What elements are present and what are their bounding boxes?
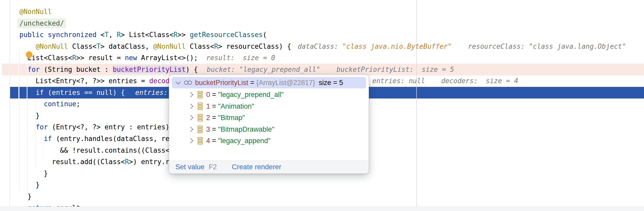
code-line[interactable]: public synchronized <T, R> List<Class<R>… <box>19 29 641 41</box>
code-token: for <box>27 66 40 73</box>
code-token: new <box>125 54 137 62</box>
code-token: @NonNull <box>36 43 68 50</box>
code-token: && !result.contains((Class< <box>19 146 169 154</box>
code-token: ) { <box>113 89 125 96</box>
code-line[interactable]: @NonNull Class<T> dataClass, @NonNull Cl… <box>19 41 641 52</box>
popup-variable-header-row[interactable]: bucketPriorityList = {ArrayList@22817} s… <box>172 77 366 88</box>
code-token: (Entry<?, ?> entry : entries) { <box>48 123 178 131</box>
code-token <box>19 89 36 96</box>
code-line[interactable]: } <box>19 179 641 191</box>
equals-sign: = <box>248 79 256 87</box>
array-item-text: 0 = "legacy_prepend_all" <box>206 89 284 101</box>
code-token: (entries == <box>44 89 97 96</box>
array-item-text: 3 = "BitmapDrawable" <box>206 124 274 135</box>
editor-bottom-bar <box>0 207 644 211</box>
code-token: public synchronized <box>19 31 101 39</box>
popup-item-list: 0 = "legacy_prepend_all"1 = "Animation"2… <box>169 89 369 147</box>
code-token: if <box>44 135 52 143</box>
array-element-icon <box>198 103 203 110</box>
array-element-icon <box>198 126 203 133</box>
watch-glasses-icon <box>184 81 192 85</box>
code-token: ; <box>76 100 80 108</box>
popup-array-item-row[interactable]: 2 = "Bitmap" <box>169 112 369 124</box>
code-token: getResourceClasses <box>190 31 263 39</box>
popup-array-item-row[interactable]: 0 = "legacy_prepend_all" <box>169 89 369 101</box>
code-token: Class< <box>68 43 97 50</box>
code-token: null <box>96 89 113 96</box>
code-token: if <box>36 89 44 96</box>
code-token <box>19 100 44 108</box>
code-token: > List<Class< <box>121 31 174 39</box>
ide-editor-debug-view: { "colors": { "keyword": "#0033B3", "ann… <box>0 0 644 211</box>
intention-bulb-icon[interactable] <box>26 51 32 58</box>
code-token: T <box>105 31 109 39</box>
code-token: @NonNull <box>19 8 52 16</box>
code-token: < <box>101 31 105 39</box>
inline-debug-hint: entries: null decoders: size = 4 <box>372 75 518 87</box>
chevron-right-icon[interactable] <box>188 115 193 120</box>
code-token: T <box>96 43 101 50</box>
code-token: ) { <box>186 66 198 73</box>
code-token: (String bucket : <box>40 66 113 73</box>
set-value-shortcut: F2 <box>209 163 217 171</box>
code-token: } <box>19 170 48 177</box>
popup-array-item-row[interactable]: 4 = "legacy_append" <box>169 135 369 147</box>
code-line[interactable]: List<Class<R>> result = new ArrayList<>(… <box>19 52 641 64</box>
code-token: result.add((Class< <box>19 158 125 166</box>
gutter-separator[interactable] <box>10 0 10 207</box>
set-value-link[interactable]: Set value <box>175 163 205 171</box>
code-token: ( <box>263 31 267 39</box>
code-token: >> <box>178 31 190 39</box>
debugger-variable-popup: bucketPriorityList = {ArrayList@22817} s… <box>169 75 369 174</box>
code-token <box>19 123 36 131</box>
popup-footer: Set value F2 Create renderer <box>169 160 369 173</box>
code-token: , <box>109 31 117 39</box>
code-token <box>19 66 27 73</box>
variable-size: size = 5 <box>319 79 343 87</box>
variable-reference: {ArrayList@22817} <box>256 79 315 87</box>
array-element-icon <box>198 114 203 121</box>
array-item-text: 4 = "legacy_append" <box>206 135 270 147</box>
code-token: } <box>19 112 40 119</box>
inline-debug-hint: result: size = 0 <box>206 52 275 64</box>
code-token: ArrayList<>(); <box>137 54 198 62</box>
code-token: } <box>19 181 40 189</box>
code-token: R <box>174 31 178 39</box>
code-line[interactable]: for (String bucket : bucketPriorityList)… <box>19 64 641 75</box>
code-token <box>19 135 44 143</box>
array-element-icon <box>198 91 203 98</box>
code-line[interactable]: @NonNull <box>19 6 641 18</box>
array-item-text: 1 = "Animation" <box>206 101 254 112</box>
variable-name: bucketPriorityList <box>195 79 248 87</box>
chevron-down-icon[interactable] <box>176 79 181 85</box>
code-token: R <box>117 31 121 39</box>
popup-array-item-row[interactable]: 3 = "BitmapDrawable" <box>169 124 369 135</box>
code-token: >> result = <box>76 54 125 62</box>
chevron-right-icon[interactable] <box>188 138 193 143</box>
code-line[interactable]: } <box>19 191 641 202</box>
popup-array-item-row[interactable]: 1 = "Animation" <box>169 101 369 112</box>
create-renderer-link[interactable]: Create renderer <box>232 163 281 171</box>
inline-debug-hint: bucket: "legacy_prepend_all" bucketPrior… <box>207 64 454 75</box>
chevron-right-icon[interactable] <box>188 104 193 109</box>
code-token: for <box>36 123 48 131</box>
code-token: > dataClass, <box>101 43 153 50</box>
code-token: R <box>72 54 76 62</box>
chevron-right-icon[interactable] <box>188 127 193 132</box>
code-token: @NonNull <box>153 43 186 50</box>
code-token: Class< <box>186 43 214 50</box>
chevron-right-icon[interactable] <box>188 92 193 97</box>
code-token: continue <box>44 100 76 108</box>
array-item-text: 2 = "Bitmap" <box>206 112 245 124</box>
code-token <box>19 43 36 50</box>
code-token: } <box>19 193 32 200</box>
code-token: /unchecked/ <box>18 18 66 28</box>
code-token: bucketPriorityList <box>113 66 186 73</box>
code-token: > resourceClass) { <box>218 43 291 50</box>
code-line[interactable]: /unchecked/ <box>19 18 641 29</box>
code-token: R <box>214 43 218 50</box>
array-element-icon <box>198 137 203 144</box>
code-token: List<Entry<?, ?>> entries = <box>19 77 149 85</box>
inline-debug-hint: dataClass: "class java.nio.ByteBuffer" r… <box>298 41 626 52</box>
code-token: R <box>125 158 129 166</box>
